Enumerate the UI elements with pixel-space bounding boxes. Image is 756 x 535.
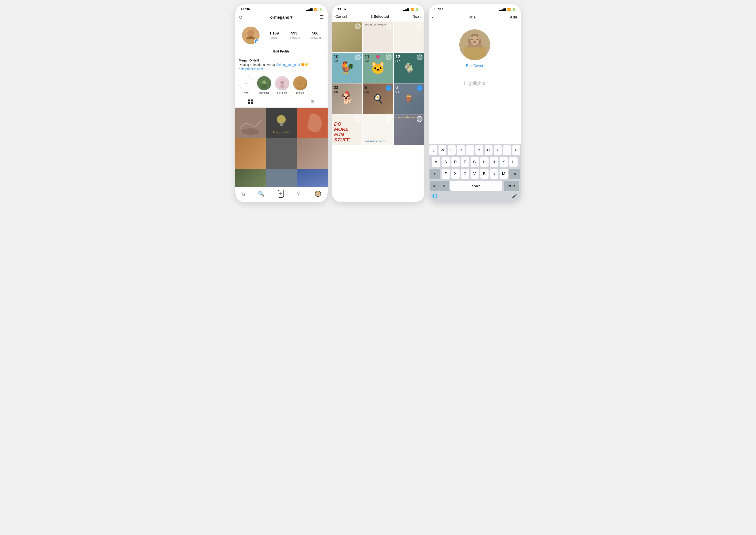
story-memories-image [259, 78, 269, 88]
edit-cover-button[interactable]: Edit Cover [466, 64, 483, 68]
key-p[interactable]: P [512, 145, 520, 155]
select-cell-12[interactable]: I appreciate @ormegano! [394, 114, 424, 145]
key-n[interactable]: N [490, 169, 498, 179]
select-cell-4[interactable]: 🐓 10Sep [332, 53, 363, 83]
key-g[interactable]: G [471, 157, 479, 167]
key-r[interactable]: R [457, 145, 465, 155]
cover-photo[interactable] [459, 29, 490, 60]
grid-cell-5[interactable] [266, 138, 297, 169]
tab-list[interactable] [266, 97, 297, 107]
nav-home[interactable]: ⌂ [242, 191, 245, 197]
select-cell-2[interactable]: feels like last weekend [363, 22, 393, 52]
key-d[interactable]: D [451, 157, 460, 167]
key-s[interactable]: S [442, 157, 450, 167]
select-circle-5[interactable] [386, 54, 392, 60]
key-a[interactable]: A [432, 157, 440, 167]
key-z[interactable]: Z [442, 169, 450, 179]
key-k[interactable]: K [500, 157, 508, 167]
story-memories[interactable]: Memories [257, 76, 271, 94]
select-cell-3[interactable] [394, 22, 424, 52]
grid-cell-3[interactable] [297, 108, 328, 138]
key-123[interactable]: 123 [430, 181, 440, 191]
followers-stat[interactable]: 593 followers [288, 31, 300, 40]
key-u[interactable]: U [485, 145, 493, 155]
story-new[interactable]: + New [239, 76, 254, 94]
key-f[interactable]: F [461, 157, 469, 167]
key-v[interactable]: V [471, 169, 479, 179]
key-m[interactable]: M [500, 169, 508, 179]
select-circle-3[interactable] [417, 23, 422, 29]
key-c[interactable]: C [461, 169, 469, 179]
tab-grid[interactable] [235, 97, 266, 107]
nav-add[interactable]: + [278, 190, 284, 198]
following-stat[interactable]: 586 following [310, 31, 321, 40]
next-button[interactable]: Next [413, 14, 421, 19]
profile-topbar: ↺ ormegano ▾ ☰ [235, 13, 328, 23]
lightbulb-image [276, 114, 287, 131]
tab-tagged[interactable] [297, 97, 328, 107]
select-cell-10[interactable]: DOMOREFUNSTUFF. [332, 114, 363, 145]
grid-cell-1[interactable] [235, 108, 266, 138]
key-backspace[interactable]: ⌫ [509, 169, 520, 179]
add-button[interactable]: Add [510, 15, 517, 19]
grid-cell-4[interactable] [235, 138, 266, 169]
svg-point-8 [281, 81, 284, 84]
story-funstuff[interactable]: Fun Stuff [275, 76, 289, 94]
cancel-button[interactable]: Cancel [336, 14, 347, 19]
select-circle-8[interactable]: ✓ [386, 85, 392, 91]
key-o[interactable]: O [503, 145, 511, 155]
select-circle-9[interactable]: ✓ [417, 85, 422, 91]
nav-search[interactable]: 🔍 [258, 191, 265, 197]
key-t[interactable]: T [466, 145, 474, 155]
key-j[interactable]: J [490, 157, 498, 167]
select-circle-12[interactable] [417, 116, 422, 122]
bio-link[interactable]: doingfunstuff.com [239, 67, 324, 71]
select-circle-2[interactable] [386, 23, 392, 29]
select-cell-7[interactable]: 🐕 23Sep ❤️ [332, 83, 363, 114]
select-cell-6[interactable]: 🐐 12Sep [394, 53, 424, 83]
username-display[interactable]: ormegano ▾ [270, 15, 292, 20]
history-icon[interactable]: ↺ [239, 14, 243, 20]
key-globe[interactable]: 🌐 [432, 193, 438, 199]
select-circle-6[interactable] [417, 54, 422, 60]
key-i[interactable]: I [494, 145, 502, 155]
select-cell-11[interactable]: I APPRECIATE YOU. [363, 114, 393, 145]
key-y[interactable]: Y [475, 145, 483, 155]
key-h[interactable]: H [480, 157, 489, 167]
key-emoji[interactable]: ☺ [440, 181, 449, 191]
date-sep23: 23Sep [334, 85, 338, 94]
select-circle-1[interactable] [355, 23, 361, 29]
key-e[interactable]: E [448, 145, 456, 155]
hamburger-menu-icon[interactable]: ☰ [319, 14, 324, 20]
profile-stats: + 1,169 posts 593 followers 586 followin… [235, 23, 328, 47]
edit-profile-button[interactable]: Edit Profile [239, 48, 324, 55]
select-cell-5[interactable]: 🐱 11Sep 💗 [363, 53, 393, 83]
key-q[interactable]: Q [429, 145, 437, 155]
key-w[interactable]: W [439, 145, 446, 155]
key-mic[interactable]: 🎤 [512, 193, 517, 199]
select-circle-10[interactable] [355, 116, 361, 122]
select-cell-9[interactable]: 🪵 6Oct ✓ [394, 83, 424, 114]
profile-tabs [235, 97, 328, 108]
back-button[interactable]: ‹ [432, 14, 434, 20]
key-b[interactable]: B [480, 169, 489, 179]
key-x[interactable]: X [451, 169, 460, 179]
grid-cell-6[interactable] [297, 138, 328, 169]
select-cell-8[interactable]: 🍳 5Oct ✓ [363, 83, 393, 114]
select-cell-1[interactable] [332, 22, 363, 52]
nav-heart[interactable]: ♡ [297, 191, 302, 197]
grid-cell-2[interactable]: I love you watts [266, 108, 297, 138]
nav-profile-avatar[interactable] [315, 191, 321, 197]
story-belgium[interactable]: Belgium [293, 76, 308, 94]
select-circle-4[interactable] [355, 54, 361, 60]
key-space[interactable]: space [450, 181, 502, 191]
bio-mention[interactable]: @doing_fun_stuff [276, 63, 300, 67]
select-circle-11[interactable] [386, 116, 392, 122]
key-return[interactable]: return [504, 181, 519, 191]
status-time-3: 11:37 [434, 7, 443, 12]
bio-text: Posting animations over at @doing_fun_st… [239, 63, 324, 67]
signal-icon-2: ▂▄▆ [403, 8, 409, 11]
key-shift[interactable]: ⬆ [429, 169, 440, 179]
key-l[interactable]: L [509, 157, 518, 167]
add-to-story-badge[interactable]: + [254, 39, 259, 44]
